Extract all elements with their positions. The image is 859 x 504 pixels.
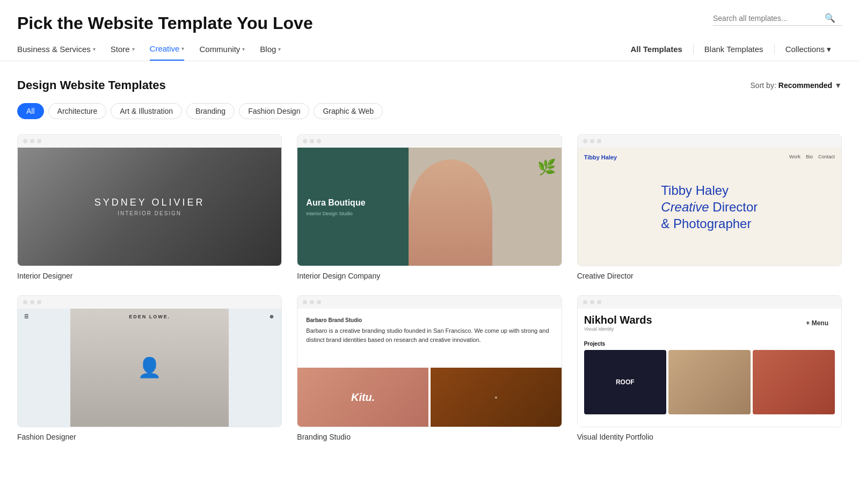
filter-pill-branding[interactable]: Branding [186,103,235,119]
nav-item-business---services[interactable]: Business & Services▾ [17,44,96,61]
sort-value: Recommended [778,81,832,90]
card-thumbnail: Tibby Haley WorkBioContact Tibby HaleyCr… [578,148,841,266]
window-dot [597,300,601,304]
window-dot [583,139,587,143]
window-dot [30,300,34,304]
search-area: 🔍 [713,13,842,26]
card-thumbnail: SYDNEY OLIVIER INTERIOR DESIGN [18,148,281,266]
template-grid: SYDNEY OLIVIER INTERIOR DESIGN Interior … [17,134,842,441]
main-content: Design Website Templates Sort by: Recomm… [0,61,859,441]
nav-right-item-blank-templates[interactable]: Blank Templates [694,45,774,54]
template-card-5[interactable]: Nikhol Wards Visual Identity + Menu Proj… [577,295,842,441]
window-dot [597,139,601,143]
filter-pill-fashion-design[interactable]: Fashion Design [239,103,309,119]
window-dot [583,300,587,304]
sort-dropdown[interactable]: Sort by: Recommended ▼ [751,81,842,90]
nav-left: Business & Services▾Store▾Creative▾Commu… [17,44,281,61]
chevron-down-icon: ▾ [278,46,281,52]
card-thumbnail: Barbaro Brand Studio Barbaro is a creati… [297,309,561,427]
card-thumbnail: ☰ EDEN LOWE. ⊕ 👤 [18,309,281,427]
main-nav: Business & Services▾Store▾Creative▾Commu… [17,44,842,61]
chevron-down-icon: ▾ [93,46,96,52]
window-dot [590,300,594,304]
window-dot [37,139,41,143]
chevron-down-icon: ▾ [181,46,184,52]
nav-right-item-all-templates[interactable]: All Templates [620,45,693,54]
card-thumbnail: Aura Boutique Interior Design Studio 🌿 [297,148,561,266]
card-thumbnail: Nikhol Wards Visual Identity + Menu Proj… [578,309,841,427]
search-input[interactable] [713,14,820,23]
chevron-down-icon: ▼ [834,81,842,90]
template-name: Fashion Designer [17,433,282,441]
window-dot [303,139,307,143]
nav-item-store[interactable]: Store▾ [111,44,135,61]
window-dot [23,139,27,143]
window-dot [590,139,594,143]
filter-pill-architecture[interactable]: Architecture [48,103,107,119]
chevron-down-icon: ▾ [827,45,831,54]
sort-label: Sort by: [751,81,776,90]
window-dot [310,139,314,143]
filter-pill-graphic---web[interactable]: Graphic & Web [314,103,383,119]
template-card-4[interactable]: Barbaro Brand Studio Barbaro is a creati… [297,295,562,441]
nav-right: All TemplatesBlank TemplatesCollections … [620,45,842,61]
window-dot [310,300,314,304]
nav-item-creative[interactable]: Creative▾ [150,44,185,61]
nav-item-blog[interactable]: Blog▾ [260,44,281,61]
card-overlay-text: SYDNEY OLIVIER INTERIOR DESIGN [94,197,205,216]
template-name: Branding Studio [297,433,562,441]
template-card-3[interactable]: ☰ EDEN LOWE. ⊕ 👤 Fashion Designer [17,295,282,441]
template-name: Creative Director [577,272,842,280]
chevron-down-icon: ▾ [242,46,245,52]
section-title: Design Website Templates [17,78,166,92]
filter-pills: AllArchitectureArt & IllustrationBrandin… [17,103,842,119]
template-card-0[interactable]: SYDNEY OLIVIER INTERIOR DESIGN Interior … [17,134,282,280]
section-header: Design Website Templates Sort by: Recomm… [17,78,842,92]
template-card-1[interactable]: Aura Boutique Interior Design Studio 🌿 I… [297,134,562,280]
filter-pill-art---illustration[interactable]: Art & Illustration [111,103,182,119]
chevron-down-icon: ▾ [132,46,135,52]
window-dot [317,300,321,304]
filter-pill-all[interactable]: All [17,103,44,119]
window-dot [37,300,41,304]
template-name: Interior Design Company [297,272,562,280]
window-dot [30,139,34,143]
window-dot [23,300,27,304]
nav-right-item-collections[interactable]: Collections ▾ [775,45,842,54]
template-name: Visual Identity Portfolio [577,433,842,441]
nav-item-community[interactable]: Community▾ [199,44,245,61]
template-card-2[interactable]: Tibby Haley WorkBioContact Tibby HaleyCr… [577,134,842,280]
template-name: Interior Designer [17,272,282,280]
window-dot [317,139,321,143]
search-icon[interactable]: 🔍 [825,13,835,23]
window-dot [303,300,307,304]
page-title: Pick the Website Template You Love [17,13,313,33]
